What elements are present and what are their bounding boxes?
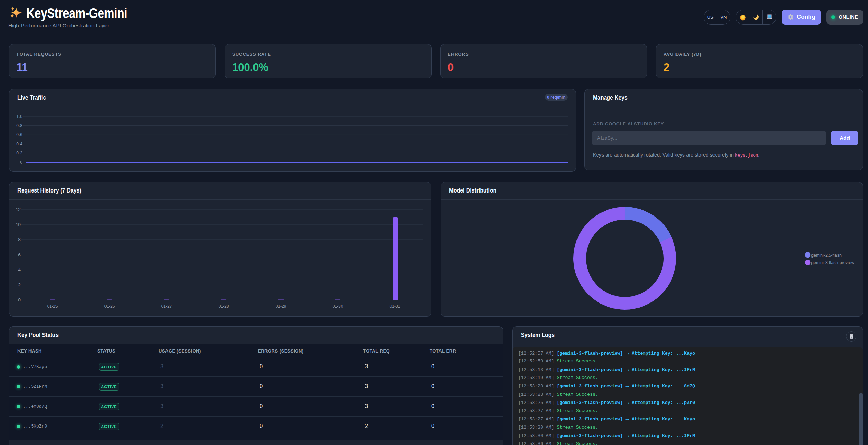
svg-text:12: 12 — [16, 207, 21, 212]
svg-text:8: 8 — [18, 237, 21, 242]
svg-text:4: 4 — [18, 268, 21, 272]
svg-text:01-25: 01-25 — [47, 304, 58, 309]
svg-text:0: 0 — [20, 160, 22, 165]
svg-text:6: 6 — [18, 252, 21, 257]
svg-text:01-27: 01-27 — [161, 304, 172, 309]
svg-text:1.0: 1.0 — [16, 114, 22, 119]
svg-text:2: 2 — [18, 283, 21, 287]
svg-text:0.8: 0.8 — [16, 123, 22, 128]
svg-text:0.4: 0.4 — [16, 141, 22, 146]
svg-text:01-31: 01-31 — [390, 304, 400, 309]
svg-text:0.6: 0.6 — [16, 132, 22, 137]
svg-text:10: 10 — [16, 222, 21, 227]
svg-text:0: 0 — [18, 298, 21, 302]
svg-text:01-28: 01-28 — [219, 304, 229, 309]
svg-text:0.2: 0.2 — [16, 151, 22, 156]
svg-text:01-30: 01-30 — [333, 304, 343, 309]
svg-text:gemini-2.5-flash: gemini-2.5-flash — [811, 253, 842, 258]
svg-text:01-26: 01-26 — [104, 304, 115, 309]
svg-text:gemini-3-flash-preview: gemini-3-flash-preview — [811, 260, 855, 265]
svg-text:01-29: 01-29 — [276, 304, 286, 309]
